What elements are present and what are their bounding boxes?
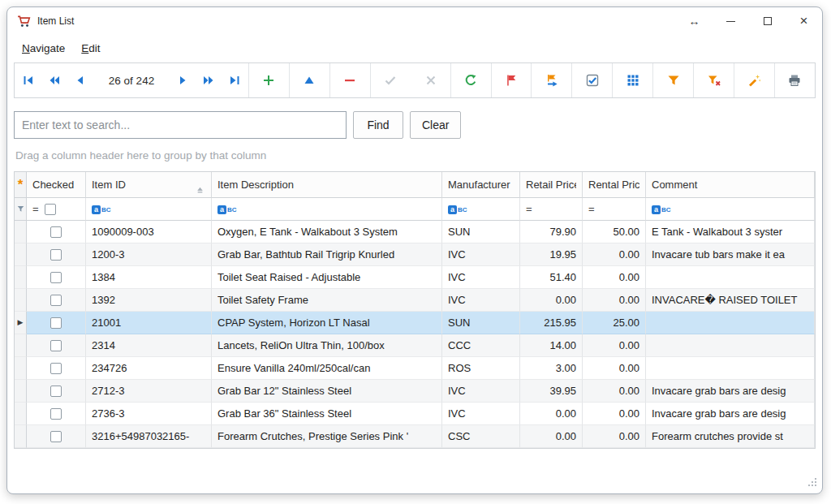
filter-cell-comment[interactable]: aBC [646,198,815,221]
cell-retail_price[interactable]: 0.00 [520,289,583,312]
row-indicator-cell[interactable] [15,403,27,425]
row-indicator-cell[interactable] [15,334,27,357]
cell-comment[interactable] [646,357,815,380]
row-checkbox[interactable] [50,340,62,351]
cell-checked[interactable] [27,357,86,380]
table-row[interactable]: 2314Lancets, ReliOn Ultra Thin, 100/boxC… [15,334,815,357]
cell-checked[interactable] [27,221,86,243]
cell-checked[interactable] [27,380,86,403]
first-record-button[interactable] [16,63,41,97]
titlebar[interactable]: Item List ↔ × [7,7,822,35]
cell-checked[interactable] [27,334,86,357]
cell-description[interactable]: Oxygen, E Tank - Walkabout 3 System [212,221,442,243]
minimize-button[interactable] [713,7,749,35]
group-by-panel[interactable]: Drag a column header here to group by th… [14,139,816,171]
cell-rental_price[interactable]: 0.00 [583,334,646,357]
prev-record-button[interactable] [68,63,93,97]
cell-item_id[interactable]: 2736-3 [86,403,212,425]
row-checkbox[interactable] [50,408,62,420]
cell-description[interactable]: Grab Bar, Bathtub Rail Trigrip Knurled [212,243,442,266]
cell-retail_price[interactable]: 0.00 [520,425,583,448]
bookmark-button[interactable] [499,63,523,97]
row-checkbox[interactable] [50,295,62,306]
filter-cell-retail_price[interactable]: = [520,198,583,221]
cell-rental_price[interactable]: 0.00 [583,243,646,266]
post-button[interactable] [378,63,403,97]
maximize-button[interactable] [749,7,786,35]
find-button[interactable]: Find [353,111,403,139]
print-button[interactable] [782,63,807,97]
edit-button[interactable] [297,63,321,97]
clear-button[interactable]: Clear [410,111,461,139]
cell-manufacturer[interactable]: CCC [442,334,520,357]
cell-retail_price[interactable]: 79.90 [520,221,583,243]
cell-description[interactable]: Toilet Seat Raised - Adjustable [212,266,442,289]
cell-comment[interactable]: Forearm crutches provide st [646,425,815,448]
cell-description[interactable]: Toilet Safety Frame [212,289,442,312]
search-input[interactable] [14,111,347,139]
filter-cell-manufacturer[interactable]: aBC [442,198,520,221]
cell-description[interactable]: Grab Bar 36" Stainless Steel [212,403,442,425]
column-header-description[interactable]: Item Description [212,172,442,198]
goto-bookmark-button[interactable] [540,63,564,97]
cell-item_id[interactable]: 21001 [86,312,212,334]
cell-item_id[interactable]: 2314 [86,334,212,357]
table-row[interactable]: 234726Ensure Vanilla 240ml/250cal/canROS… [15,357,815,380]
row-indicator-cell[interactable] [15,266,27,289]
row-indicator-cell[interactable] [15,243,27,266]
column-chooser-button[interactable] [621,63,645,97]
cell-comment[interactable] [646,334,815,357]
cell-checked[interactable] [27,312,86,334]
cell-retail_price[interactable]: 19.95 [520,243,583,266]
column-header-comment[interactable]: Comment [646,172,815,198]
cell-rental_price[interactable]: 25.00 [583,312,646,334]
cell-manufacturer[interactable]: IVC [442,266,520,289]
cell-item_id[interactable]: 2712-3 [86,380,212,403]
resize-arrows-button[interactable]: ↔ [676,7,713,35]
filter-cell-description[interactable]: aBC [212,198,442,221]
row-indicator-cell[interactable]: ▶ [15,312,27,334]
cell-retail_price[interactable]: 3.00 [520,357,583,380]
row-checkbox[interactable] [50,249,62,261]
cell-retail_price[interactable]: 39.95 [520,380,583,403]
table-row[interactable]: 1392Toilet Safety FrameIVC0.000.00INVACA… [15,289,815,312]
last-record-button[interactable] [222,63,247,97]
table-row[interactable]: 1200-3Grab Bar, Bathtub Rail Trigrip Knu… [15,243,815,266]
column-header-retail_price[interactable]: Retail Price [520,172,583,198]
filter-cell-item_id[interactable]: aBC [86,198,212,221]
filter-checkbox[interactable] [45,204,56,215]
cell-description[interactable]: Grab Bar 12" Stainless Steel [212,380,442,403]
table-row[interactable]: 2736-3Grab Bar 36" Stainless SteelIVC0.0… [15,403,815,425]
cell-rental_price[interactable]: 0.00 [583,266,646,289]
next-record-button[interactable] [170,63,195,97]
resize-grip[interactable] [808,478,816,486]
cell-retail_price[interactable]: 51.40 [520,266,583,289]
row-indicator-cell[interactable] [15,221,27,243]
cell-comment[interactable] [646,312,815,334]
cell-comment[interactable]: INVACARE� RAISED TOILET [646,289,815,312]
cell-description[interactable]: Lancets, ReliOn Ultra Thin, 100/box [212,334,442,357]
add-button[interactable] [256,63,281,97]
cell-rental_price[interactable]: 0.00 [583,380,646,403]
row-checkbox[interactable] [50,386,62,397]
cell-comment[interactable]: Invacare grab bars are desig [646,403,815,425]
cell-manufacturer[interactable]: SUN [442,312,520,334]
next-page-button[interactable] [196,63,221,97]
column-header-rental_price[interactable]: Rental Price [583,172,646,198]
cell-manufacturer[interactable]: ROS [442,357,520,380]
cell-checked[interactable] [27,289,86,312]
checkbox-tool-button[interactable] [580,63,605,97]
cell-checked[interactable] [27,243,86,266]
row-indicator-cell[interactable] [15,425,27,448]
cell-manufacturer[interactable]: IVC [442,380,520,403]
cell-checked[interactable] [27,425,86,448]
cell-comment[interactable]: E Tank - Walkabout 3 syster [646,221,815,243]
cell-manufacturer[interactable]: IVC [442,403,520,425]
menu-edit[interactable]: Edit [73,38,108,58]
row-checkbox[interactable] [50,226,62,238]
cancel-edit-button[interactable] [419,63,443,97]
close-button[interactable]: × [786,7,822,35]
filter-button[interactable] [661,63,686,97]
prev-page-button[interactable] [42,63,67,97]
column-header-checked[interactable]: Checked [27,172,86,198]
